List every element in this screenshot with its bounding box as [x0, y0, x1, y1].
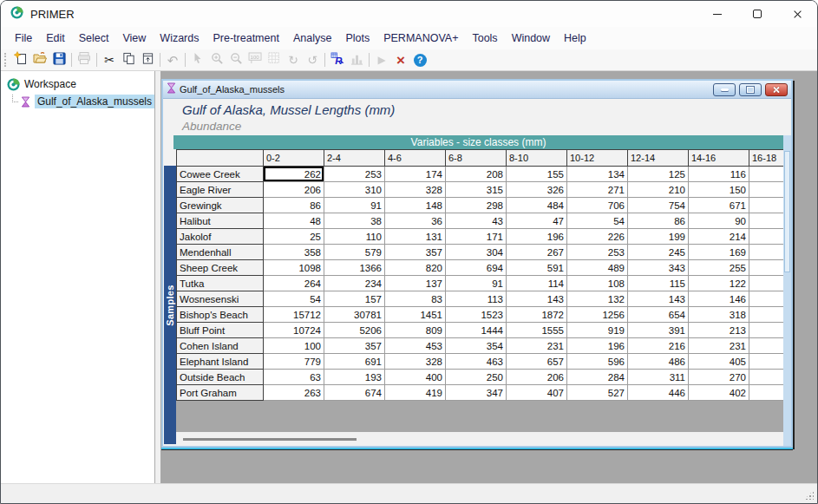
- data-cell[interactable]: 143: [628, 291, 689, 307]
- data-cell[interactable]: 137: [385, 276, 446, 291]
- data-cell[interactable]: 315: [446, 182, 507, 198]
- toolbar-button-new-workspace[interactable]: [11, 51, 30, 69]
- data-cell[interactable]: 38: [324, 213, 385, 229]
- column-header-4-6[interactable]: 4-6: [385, 150, 446, 167]
- data-cell[interactable]: 245: [628, 245, 689, 260]
- menu-item-wizards[interactable]: Wizards: [153, 27, 206, 49]
- row-label-port-graham[interactable]: Port Graham: [177, 385, 264, 401]
- data-cell[interactable]: 326: [507, 182, 567, 198]
- column-header-6-8[interactable]: 6-8: [446, 150, 507, 167]
- data-cell[interactable]: 90: [689, 213, 749, 229]
- data-cell[interactable]: 125: [628, 167, 689, 182]
- data-cell[interactable]: 527: [567, 385, 628, 401]
- data-cell[interactable]: 446: [628, 385, 689, 401]
- data-cell[interactable]: [749, 245, 784, 260]
- data-cell[interactable]: 754: [628, 198, 689, 213]
- data-cell[interactable]: 210: [628, 182, 689, 198]
- data-cell[interactable]: 453: [385, 338, 446, 354]
- tree-item-gulf-of-alaska-mussels[interactable]: Gulf_of_Alaska_mussels: [1, 93, 154, 110]
- data-cell[interactable]: 267: [507, 245, 567, 260]
- data-cell[interactable]: 402: [689, 385, 749, 401]
- menu-item-file[interactable]: File: [8, 27, 39, 49]
- data-cell[interactable]: 1555: [507, 323, 567, 338]
- data-cell[interactable]: 486: [628, 354, 689, 370]
- data-cell[interactable]: [749, 276, 784, 291]
- menu-item-plots[interactable]: Plots: [338, 27, 376, 49]
- data-cell[interactable]: 43: [446, 213, 507, 229]
- data-cell[interactable]: 357: [324, 338, 385, 354]
- data-cell[interactable]: 199: [628, 229, 689, 245]
- data-cell[interactable]: 132: [567, 291, 628, 307]
- data-cell[interactable]: [749, 198, 784, 213]
- row-label-tutka[interactable]: Tutka: [177, 276, 264, 291]
- data-cell[interactable]: 255: [689, 260, 749, 276]
- data-cell[interactable]: 779: [264, 354, 324, 370]
- vertical-scrollbar[interactable]: [783, 135, 791, 446]
- data-cell[interactable]: 596: [567, 354, 628, 370]
- row-label-halibut[interactable]: Halibut: [177, 213, 264, 229]
- data-cell[interactable]: 226: [567, 229, 628, 245]
- horizontal-scrollbar[interactable]: [176, 432, 783, 446]
- data-cell[interactable]: 1451: [385, 307, 446, 323]
- data-cell[interactable]: 262: [264, 167, 324, 182]
- data-cell[interactable]: 591: [507, 260, 567, 276]
- row-label-wosnesenski[interactable]: Wosnesenski: [177, 291, 264, 307]
- data-cell[interactable]: 54: [264, 291, 324, 307]
- data-cell[interactable]: 5206: [324, 323, 385, 338]
- data-cell[interactable]: 86: [264, 198, 324, 213]
- data-cell[interactable]: 1366: [324, 260, 385, 276]
- data-cell[interactable]: 100: [264, 338, 324, 354]
- menu-item-analyse[interactable]: Analyse: [286, 27, 338, 49]
- maximize-button[interactable]: [737, 1, 777, 27]
- data-cell[interactable]: 134: [567, 167, 628, 182]
- data-cell[interactable]: 318: [689, 307, 749, 323]
- data-cell[interactable]: 419: [385, 385, 446, 401]
- data-cell[interactable]: 264: [264, 276, 324, 291]
- data-cell[interactable]: 284: [567, 370, 628, 385]
- data-cell[interactable]: [749, 260, 784, 276]
- data-cell[interactable]: 298: [446, 198, 507, 213]
- row-label-grewingk[interactable]: Grewingk: [177, 198, 264, 213]
- data-cell[interactable]: 1098: [264, 260, 324, 276]
- data-cell[interactable]: 809: [385, 323, 446, 338]
- row-label-elephant-island[interactable]: Elephant Island: [177, 354, 264, 370]
- data-cell[interactable]: 54: [567, 213, 628, 229]
- resize-grip[interactable]: [804, 490, 814, 500]
- data-cell[interactable]: 231: [507, 338, 567, 354]
- data-cell[interactable]: 820: [385, 260, 446, 276]
- data-cell[interactable]: 579: [324, 245, 385, 260]
- row-label-bishop-s-beach[interactable]: Bishop's Beach: [177, 307, 264, 323]
- data-cell[interactable]: 146: [689, 291, 749, 307]
- menu-item-window[interactable]: Window: [505, 27, 557, 49]
- data-cell[interactable]: 150: [689, 182, 749, 198]
- data-cell[interactable]: 1523: [446, 307, 507, 323]
- data-cell[interactable]: 110: [324, 229, 385, 245]
- column-header-12-14[interactable]: 12-14: [628, 150, 689, 167]
- data-cell[interactable]: 354: [446, 338, 507, 354]
- data-cell[interactable]: 674: [324, 385, 385, 401]
- data-cell[interactable]: 116: [689, 167, 749, 182]
- column-header-10-12[interactable]: 10-12: [567, 150, 628, 167]
- data-cell[interactable]: 193: [324, 370, 385, 385]
- data-cell[interactable]: 113: [446, 291, 507, 307]
- data-cell[interactable]: 15712: [264, 307, 324, 323]
- menu-item-tools[interactable]: Tools: [465, 27, 504, 49]
- data-cell[interactable]: [749, 167, 784, 182]
- row-label-cohen-island[interactable]: Cohen Island: [177, 338, 264, 354]
- data-cell[interactable]: 131: [385, 229, 446, 245]
- data-cell[interactable]: 328: [385, 354, 446, 370]
- data-cell[interactable]: [749, 338, 784, 354]
- data-cell[interactable]: 919: [567, 323, 628, 338]
- document-restore-button[interactable]: [739, 83, 762, 96]
- document-minimize-button[interactable]: [713, 83, 736, 96]
- data-cell[interactable]: [749, 291, 784, 307]
- data-cell[interactable]: 171: [446, 229, 507, 245]
- data-cell[interactable]: 391: [628, 323, 689, 338]
- data-cell[interactable]: 208: [446, 167, 507, 182]
- data-cell[interactable]: 108: [567, 276, 628, 291]
- menu-item-edit[interactable]: Edit: [39, 27, 72, 49]
- data-cell[interactable]: 694: [446, 260, 507, 276]
- data-cell[interactable]: [749, 323, 784, 338]
- menu-item-help[interactable]: Help: [557, 27, 593, 49]
- tree-item-workspace-root[interactable]: Workspace: [1, 75, 154, 93]
